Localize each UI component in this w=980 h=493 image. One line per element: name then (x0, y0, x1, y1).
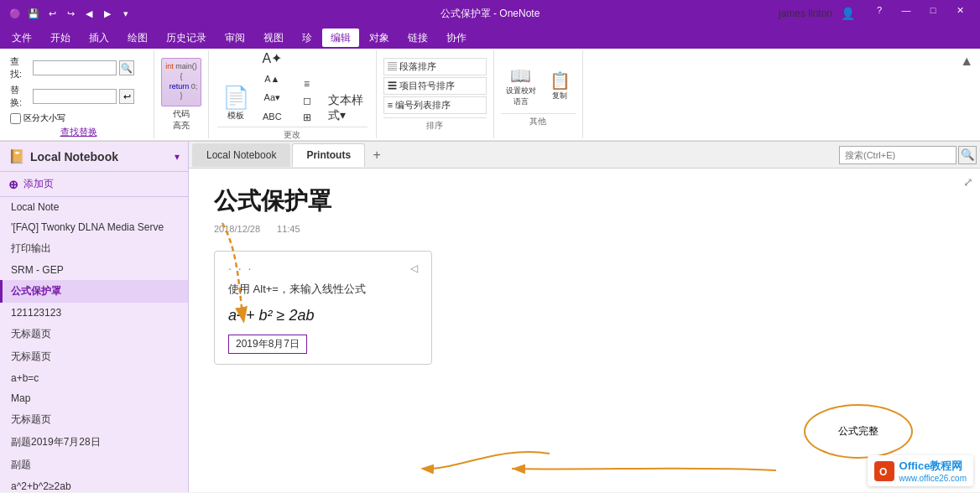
menu-draw[interactable]: 绘图 (119, 29, 156, 47)
collapse-ribbon-btn[interactable]: ▲ (960, 54, 973, 69)
math-formula: a² + b² ≥ 2ab (228, 307, 418, 324)
find-search-button[interactable]: 🔍 (119, 60, 134, 75)
page-date: 2018/12/28 (214, 224, 260, 234)
replace-label: 替换: (10, 84, 30, 109)
drag-handle[interactable]: · · · (228, 262, 253, 275)
note-item-srm[interactable]: SRM - GEP (0, 260, 188, 280)
search-button[interactable]: 🔍 (958, 146, 977, 164)
special-chars[interactable]: ABC (258, 108, 287, 125)
note-item-subtitle1[interactable]: 副题2019年7月28日 (0, 431, 188, 454)
find-replace-link[interactable]: 查找替换 (10, 126, 147, 138)
case-sensitive-checkbox[interactable] (10, 113, 21, 124)
page-title: 公式保护罩 (214, 185, 955, 217)
user-avatar[interactable]: 👤 (836, 2, 859, 25)
sidebar: 📔 Local Notebook ▾ ⊕ 添加页 Local Note '[FA… (0, 142, 189, 492)
menu-special[interactable]: 珍 (294, 29, 321, 47)
add-tab-button[interactable]: + (367, 145, 387, 165)
numbered-sort-btn[interactable]: ≡ 编号列表排序 (383, 96, 487, 114)
sidebar-notebook-title: Local Notebook (30, 150, 169, 163)
menu-collaborate[interactable]: 协作 (438, 29, 475, 47)
text-style-button[interactable]: A✦ (258, 49, 287, 69)
svg-text:O: O (879, 466, 887, 478)
font-size-up[interactable]: A▲ (258, 70, 287, 87)
watermark-site-name: Office教程网 (899, 459, 967, 474)
note-item-untitled1[interactable]: 无标题页 (0, 323, 188, 345)
help-button[interactable]: ? (866, 2, 893, 18)
menu-link[interactable]: 链接 (399, 29, 436, 47)
page-meta: 2018/12/28 11:45 (214, 224, 955, 234)
more-icon[interactable]: ▾ (117, 5, 134, 22)
note-item-untitled2[interactable]: 无标题页 (0, 345, 188, 368)
page-time: 11:45 (277, 224, 300, 234)
add-page-button[interactable]: ⊕ 添加页 (0, 172, 188, 197)
note-item-subtitle2[interactable]: 副题 (0, 454, 188, 476)
callout-text: 公式完整 (838, 424, 878, 439)
replace-btn[interactable]: ↩ (119, 89, 134, 104)
note-item-num[interactable]: 121123123 (0, 303, 188, 323)
watermark-logo: O (874, 461, 894, 481)
back-icon[interactable]: ◀ (81, 5, 97, 22)
note-item-formula-shield[interactable]: 公式保护罩 (0, 280, 188, 303)
align-left[interactable]: ≡ (294, 76, 321, 91)
insert-group-label: 更改 (217, 127, 368, 141)
ribbon: 查找: 🔍 替换: ↩ 区分大小写 查找替换 int main() { retu… (0, 49, 980, 142)
proofing-language-btn[interactable]: 📖 设置校对语言 (501, 62, 541, 111)
close-button[interactable]: ✕ (946, 2, 973, 18)
menu-home[interactable]: 开始 (42, 29, 79, 47)
bullet-sort-btn[interactable]: ☰ 项目符号排序 (383, 77, 487, 95)
note-item-map[interactable]: Map (0, 388, 188, 408)
note-item-print[interactable]: 打印输出 (0, 237, 188, 260)
window-title: 公式保护罩 - OneNote (440, 7, 540, 21)
expand-button[interactable]: ⤢ (963, 175, 973, 189)
undo-icon[interactable]: ↩ (44, 5, 60, 22)
menu-review[interactable]: 审阅 (216, 29, 253, 47)
find-input[interactable] (33, 60, 117, 75)
text-style-btn2[interactable]: 文本样式▾ (324, 91, 368, 125)
menu-history[interactable]: 历史记录 (158, 29, 215, 47)
note-item-faq[interactable]: '[FAQ] Twonky DLNA Media Serve (0, 217, 188, 237)
page-content: ⤢ 公式保护罩 2018/12/28 11:45 · · · ◁ 使用 Alt+… (189, 169, 980, 492)
sidebar-header: 📔 Local Notebook ▾ (0, 142, 188, 172)
code-highlight-button[interactable]: int main() { return 0; } (161, 58, 201, 106)
forward-icon[interactable]: ▶ (99, 5, 116, 22)
tab-local-notebook[interactable]: Local Notebook (192, 143, 290, 167)
menu-insert[interactable]: 插入 (81, 29, 117, 47)
tabs-bar: Local Notebook Printouts + 🔍 (189, 142, 980, 169)
collapse-arrow[interactable]: ◁ (410, 262, 418, 274)
replace-input[interactable] (33, 89, 117, 104)
note-item-aplusb[interactable]: a+b=c (0, 368, 188, 388)
align-right[interactable]: ⊞ (294, 110, 321, 125)
maximize-button[interactable]: □ (920, 2, 946, 18)
note-item-local-note[interactable]: Local Note (0, 197, 188, 217)
case-sensitive-label: 区分大小写 (23, 112, 65, 124)
math-box-header: · · · ◁ (228, 262, 418, 275)
watermark-site-url: www.office26.com (899, 474, 967, 483)
template-button[interactable]: 📄 模板 (217, 83, 254, 125)
search-input[interactable] (839, 146, 957, 164)
font-options[interactable]: Aa▾ (258, 89, 287, 106)
menu-file[interactable]: 文件 (3, 29, 40, 47)
math-date-box: 2019年8月7日 (228, 335, 307, 354)
note-item-formula2[interactable]: a^2+b^2≥2ab (0, 476, 188, 492)
menu-view[interactable]: 视图 (255, 29, 292, 47)
paragraph-sort-btn[interactable]: ▤ 段落排序 (383, 58, 487, 75)
redo-icon[interactable]: ↪ (62, 5, 79, 22)
find-label: 查找: (10, 55, 30, 80)
menu-edit[interactable]: 编辑 (322, 29, 359, 47)
window-controls: james linton 👤 ? — □ ✕ (772, 2, 973, 25)
find-row: 查找: 🔍 (10, 55, 147, 80)
notebook-icon: 📔 (8, 148, 25, 164)
menu-object[interactable]: 对象 (361, 29, 398, 47)
search-box: 🔍 (839, 146, 977, 164)
user-area: james linton 👤 (772, 2, 866, 25)
tab-printouts[interactable]: Printouts (292, 143, 365, 167)
watermark-text-block: Office教程网 www.office26.com (899, 459, 967, 483)
note-item-untitled3[interactable]: 无标题页 (0, 408, 188, 431)
add-page-label: 添加页 (23, 177, 54, 191)
minimize-button[interactable]: — (893, 2, 920, 18)
copy-btn[interactable]: 📋 复制 (545, 67, 576, 105)
align-center[interactable]: ◻ (294, 93, 321, 108)
sidebar-dropdown-arrow[interactable]: ▾ (175, 151, 180, 163)
save-icon[interactable]: 💾 (25, 5, 42, 22)
sort-group-label: 排序 (383, 117, 487, 132)
